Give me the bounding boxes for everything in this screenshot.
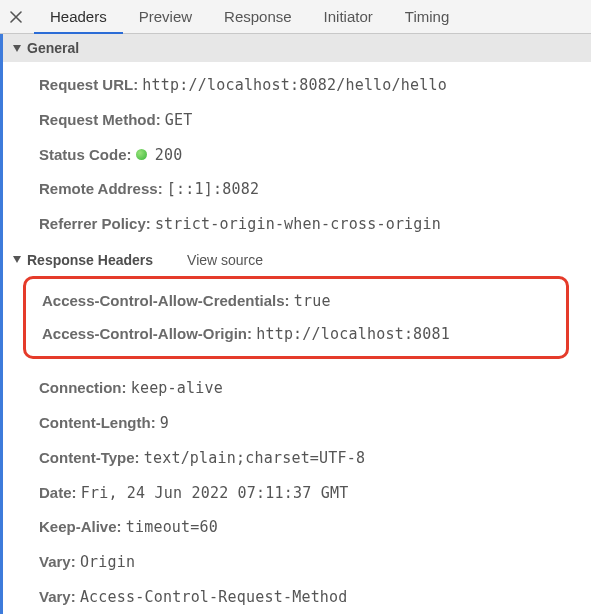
triangle-down-icon <box>13 256 21 263</box>
connection-value: keep-alive <box>131 379 223 397</box>
remote-address-label: Remote Address: <box>39 180 163 197</box>
devtools-tabbar: Headers Preview Response Initiator Timin… <box>0 0 591 34</box>
vary1-value: Origin <box>80 553 135 571</box>
headers-panel: General Request URL: http://localhost:80… <box>0 34 591 614</box>
date-value: Fri, 24 Jun 2022 07:11:37 GMT <box>81 484 349 502</box>
request-url-value: http://localhost:8082/hello/hello <box>142 76 447 94</box>
tab-timing[interactable]: Timing <box>389 0 465 34</box>
ac-allow-origin-value: http://localhost:8081 <box>256 325 450 343</box>
referrer-policy-value: strict-origin-when-cross-origin <box>155 215 441 233</box>
ac-allow-credentials-value: true <box>294 292 331 310</box>
triangle-down-icon <box>13 45 21 52</box>
general-kvlist: Request URL: http://localhost:8082/hello… <box>3 62 591 246</box>
date-label: Date: <box>39 484 77 501</box>
tab-preview[interactable]: Preview <box>123 0 208 34</box>
remote-address-row: Remote Address: [::1]:8082 <box>39 172 591 207</box>
request-method-label: Request Method: <box>39 111 161 128</box>
section-response-headers-title: Response Headers <box>27 252 153 268</box>
vary1-label: Vary: <box>39 553 76 570</box>
request-url-label: Request URL: <box>39 76 138 93</box>
vary-acrm-row: Vary: Access-Control-Request-Method <box>39 580 591 614</box>
content-length-row: Content-Length: 9 <box>39 406 591 441</box>
connection-row: Connection: keep-alive <box>39 371 591 406</box>
section-general-title: General <box>27 40 79 56</box>
ac-allow-origin-label: Access-Control-Allow-Origin: <box>42 325 252 342</box>
status-code-row: Status Code: 200 <box>39 138 591 173</box>
view-source-link[interactable]: View source <box>187 252 263 268</box>
ac-allow-credentials-row: Access-Control-Allow-Credentials: true <box>42 285 560 318</box>
content-type-row: Content-Type: text/plain;charset=UTF-8 <box>39 441 591 476</box>
content-type-label: Content-Type: <box>39 449 140 466</box>
connection-label: Connection: <box>39 379 127 396</box>
section-response-headers-header[interactable]: Response Headers View source <box>3 246 591 274</box>
keep-alive-label: Keep-Alive: <box>39 518 122 535</box>
date-row: Date: Fri, 24 Jun 2022 07:11:37 GMT <box>39 476 591 511</box>
request-method-row: Request Method: GET <box>39 103 591 138</box>
section-general-header[interactable]: General <box>3 34 591 62</box>
status-code-label: Status Code: <box>39 146 132 163</box>
request-method-value: GET <box>165 111 193 129</box>
response-headers-kvlist: Connection: keep-alive Content-Length: 9… <box>3 365 591 614</box>
keep-alive-value: timeout=60 <box>126 518 218 536</box>
status-dot-icon <box>136 149 147 160</box>
vary2-label: Vary: <box>39 588 76 605</box>
tab-initiator[interactable]: Initiator <box>308 0 389 34</box>
vary2-value: Access-Control-Request-Method <box>80 588 348 606</box>
keep-alive-row: Keep-Alive: timeout=60 <box>39 510 591 545</box>
ac-allow-origin-row: Access-Control-Allow-Origin: http://loca… <box>42 318 560 351</box>
ac-allow-credentials-label: Access-Control-Allow-Credentials: <box>42 292 290 309</box>
tab-headers[interactable]: Headers <box>34 0 123 34</box>
request-url-row: Request URL: http://localhost:8082/hello… <box>39 68 591 103</box>
content-length-label: Content-Length: <box>39 414 156 431</box>
cors-highlight: Access-Control-Allow-Credentials: true A… <box>23 276 569 360</box>
status-code-value: 200 <box>155 146 183 164</box>
close-icon[interactable] <box>4 5 28 29</box>
referrer-policy-row: Referrer Policy: strict-origin-when-cros… <box>39 207 591 242</box>
content-length-value: 9 <box>160 414 169 432</box>
remote-address-value: [::1]:8082 <box>167 180 259 198</box>
vary-origin-row: Vary: Origin <box>39 545 591 580</box>
referrer-policy-label: Referrer Policy: <box>39 215 151 232</box>
content-type-value: text/plain;charset=UTF-8 <box>144 449 366 467</box>
tab-response[interactable]: Response <box>208 0 308 34</box>
